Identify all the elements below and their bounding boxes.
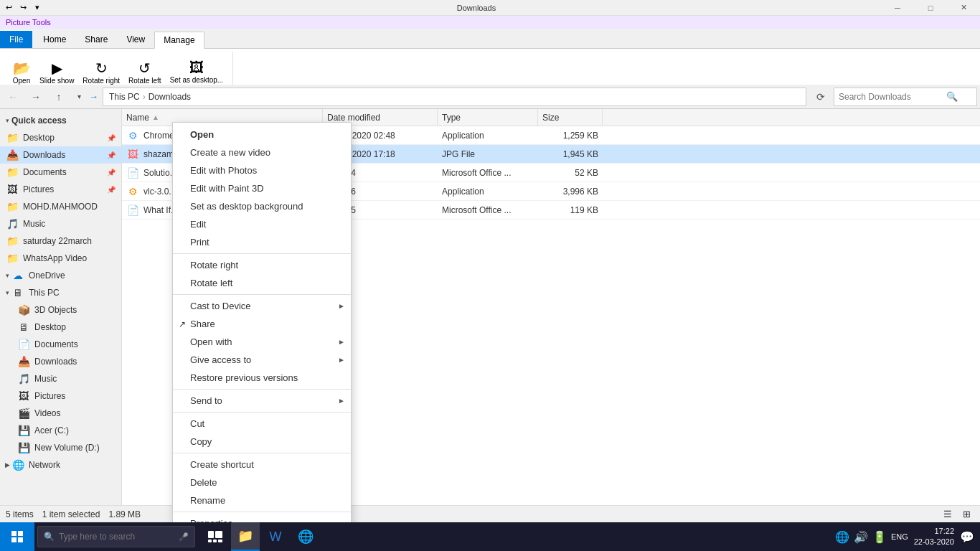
ctx-edit-paint3d[interactable]: Edit with Paint 3D bbox=[173, 179, 351, 197]
chrome-taskbar-button[interactable]: 🌐 bbox=[291, 522, 320, 551]
sidebar-item-videos[interactable]: 🎬 Videos bbox=[0, 405, 121, 422]
ctx-set-desktop[interactable]: Set as desktop background bbox=[173, 197, 351, 215]
ctx-cast[interactable]: Cast to Device ► bbox=[173, 297, 351, 315]
ctx-rotate-right[interactable]: Rotate right bbox=[173, 256, 351, 274]
selected-info: 1 item selected bbox=[42, 509, 100, 519]
ctx-create-shortcut[interactable]: Create shortcut bbox=[173, 456, 351, 474]
sidebar-item-pictures-quick[interactable]: 🖼 Pictures 📌 bbox=[0, 181, 121, 198]
maximize-button[interactable]: □ bbox=[914, 0, 947, 16]
sidebar-item-pictures-pc[interactable]: 🖼 Pictures bbox=[0, 387, 121, 405]
ctx-copy[interactable]: Copy bbox=[173, 433, 351, 451]
address-bar: ← → ↑ ▾ → This PC › Downloads ⟳ 🔍 bbox=[0, 85, 980, 109]
taskbar-search-box[interactable]: 🔍 🎤 bbox=[37, 526, 195, 547]
sidebar-item-downloads-quick[interactable]: 📥 Downloads 📌 bbox=[0, 146, 121, 164]
dropdown-recent-button[interactable]: ▾ bbox=[72, 88, 86, 106]
sidebar-item-music-pc[interactable]: 🎵 Music bbox=[0, 370, 121, 387]
sidebar-item-3dobjects[interactable]: 📦 3D Objects bbox=[0, 301, 121, 319]
ctx-print[interactable]: Print bbox=[173, 233, 351, 251]
title-dropdown[interactable]: ▾ bbox=[32, 2, 43, 14]
path-downloads: Downloads bbox=[149, 92, 191, 102]
ctx-create-video-label: Create a new video bbox=[190, 147, 270, 158]
start-button[interactable] bbox=[0, 522, 34, 551]
taskbar-search-input[interactable] bbox=[59, 532, 166, 542]
sidebar-item-drived[interactable]: 💾 New Volume (D:) bbox=[0, 439, 121, 456]
volume-taskbar-icon[interactable]: 🔊 bbox=[854, 530, 868, 544]
forward-button[interactable]: → bbox=[26, 88, 46, 106]
sidebar-item-documents-pc[interactable]: 📄 Documents bbox=[0, 336, 121, 353]
minimize-button[interactable]: ─ bbox=[881, 0, 914, 16]
search-box[interactable]: 🔍 bbox=[834, 88, 977, 106]
view-large-icons-button[interactable]: ⊞ bbox=[958, 507, 974, 522]
ctx-restore-versions[interactable]: Restore previous versions bbox=[173, 369, 351, 387]
svg-rect-0 bbox=[11, 531, 17, 536]
ctx-share[interactable]: ↗ Share bbox=[173, 315, 351, 333]
sidebar-section-quick-access[interactable]: ▾ Quick access bbox=[0, 112, 121, 129]
path-arrow: → bbox=[89, 91, 98, 102]
close-button[interactable]: ✕ bbox=[947, 0, 980, 16]
ribbon-btn-rotate-left[interactable]: ↺ Rotate left bbox=[125, 57, 165, 87]
taskbar-clock[interactable]: 17:22 22-03-2020 bbox=[914, 526, 954, 548]
ctx-open-with[interactable]: Open with ► bbox=[173, 333, 351, 351]
col-header-type[interactable]: Type bbox=[438, 109, 538, 126]
sidebar-item-music[interactable]: 🎵 Music bbox=[0, 215, 121, 232]
sidebar-onedrive-header[interactable]: ▾ ☁ OneDrive bbox=[0, 267, 121, 284]
ctx-give-access[interactable]: Give access to ► bbox=[173, 351, 351, 369]
sidebar-network-header[interactable]: ▶ 🌐 Network bbox=[0, 456, 121, 474]
refresh-button[interactable]: ⟳ bbox=[811, 88, 831, 106]
ribbon-btn-open-file[interactable]: 📂 Open bbox=[9, 57, 34, 87]
network-icon: 🌐 bbox=[11, 458, 24, 471]
title-undo[interactable]: ↩ bbox=[3, 2, 14, 14]
sidebar-item-mohd[interactable]: 📁 MOHD.MAHMOOD bbox=[0, 198, 121, 215]
3d-icon: 📦 bbox=[17, 303, 30, 316]
ctx-delete-label: Delete bbox=[190, 477, 217, 488]
onedrive-expand-icon: ▾ bbox=[3, 271, 11, 280]
ribbon-btn-slide[interactable]: ▶ Slide show bbox=[36, 57, 77, 87]
view-details-button[interactable]: ☰ bbox=[940, 507, 956, 522]
sidebar-item-downloads-pc[interactable]: 📥 Downloads bbox=[0, 353, 121, 370]
address-path[interactable]: This PC › Downloads bbox=[103, 88, 806, 106]
tab-view[interactable]: View bbox=[117, 31, 154, 48]
word-taskbar-button[interactable]: W bbox=[261, 522, 290, 551]
ribbon-btn-rotate-right[interactable]: ↻ Rotate right bbox=[79, 57, 123, 87]
up-button[interactable]: ↑ bbox=[49, 88, 69, 106]
sidebar-item-whatsapp[interactable]: 📁 WhatsApp Video bbox=[0, 250, 121, 267]
title-redo[interactable]: ↪ bbox=[17, 2, 29, 14]
tab-share[interactable]: Share bbox=[75, 31, 117, 48]
network-taskbar-icon[interactable]: 🌐 bbox=[835, 530, 849, 544]
file-size-shazam: 1,945 KB bbox=[538, 149, 603, 159]
sidebar-item-saturday[interactable]: 📁 saturday 22march bbox=[0, 232, 121, 250]
sidebar-item-desktop-pc[interactable]: 🖥 Desktop bbox=[0, 319, 121, 336]
file-size-solutio: 52 KB bbox=[538, 168, 603, 178]
file-icon-shazam: 🖼 bbox=[126, 148, 139, 161]
ctx-send-to[interactable]: Send to ► bbox=[173, 392, 351, 410]
ctx-delete[interactable]: Delete bbox=[173, 474, 351, 491]
file-explorer-taskbar-button[interactable]: 📁 bbox=[231, 522, 260, 551]
sidebar-item-desktop-quick[interactable]: 📁 Desktop 📌 bbox=[0, 129, 121, 146]
sidebar-item-documents-quick[interactable]: 📁 Documents 📌 bbox=[0, 164, 121, 181]
sidebar-item-acerc[interactable]: 💾 Acer (C:) bbox=[0, 422, 121, 439]
sidebar-thispc-header[interactable]: ▾ 🖥 This PC bbox=[0, 284, 121, 301]
cast-submenu-arrow: ► bbox=[338, 302, 345, 310]
ctx-send-to-label: Send to bbox=[190, 395, 222, 406]
ctx-open[interactable]: Open bbox=[173, 126, 351, 143]
tab-manage[interactable]: Manage bbox=[154, 32, 204, 49]
back-button[interactable]: ← bbox=[3, 88, 23, 106]
tab-file[interactable]: File bbox=[0, 31, 32, 48]
sidebar-label-acerc: Acer (C:) bbox=[34, 425, 116, 435]
file-size-whatif: 119 KB bbox=[538, 205, 603, 215]
lang-indicator: ENG bbox=[891, 532, 908, 541]
ctx-edit-photos[interactable]: Edit with Photos bbox=[173, 161, 351, 179]
search-input[interactable] bbox=[839, 92, 946, 102]
notification-icon[interactable]: 💬 bbox=[960, 530, 974, 544]
ctx-rename[interactable]: Rename bbox=[173, 491, 351, 509]
ctx-cut[interactable]: Cut bbox=[173, 415, 351, 433]
taskview-button[interactable] bbox=[201, 522, 230, 551]
ctx-edit[interactable]: Edit bbox=[173, 215, 351, 233]
ctx-create-video[interactable]: Create a new video bbox=[173, 143, 351, 161]
ctx-rotate-left[interactable]: Rotate left bbox=[173, 274, 351, 292]
tab-home[interactable]: Home bbox=[34, 31, 75, 48]
col-header-size[interactable]: Size bbox=[538, 109, 603, 126]
battery-taskbar-icon[interactable]: 🔋 bbox=[872, 530, 887, 544]
ribbon-btn-background[interactable]: 🖼 Set as desktop... bbox=[166, 57, 227, 86]
sidebar-label-mohd: MOHD.MAHMOOD bbox=[23, 202, 116, 212]
